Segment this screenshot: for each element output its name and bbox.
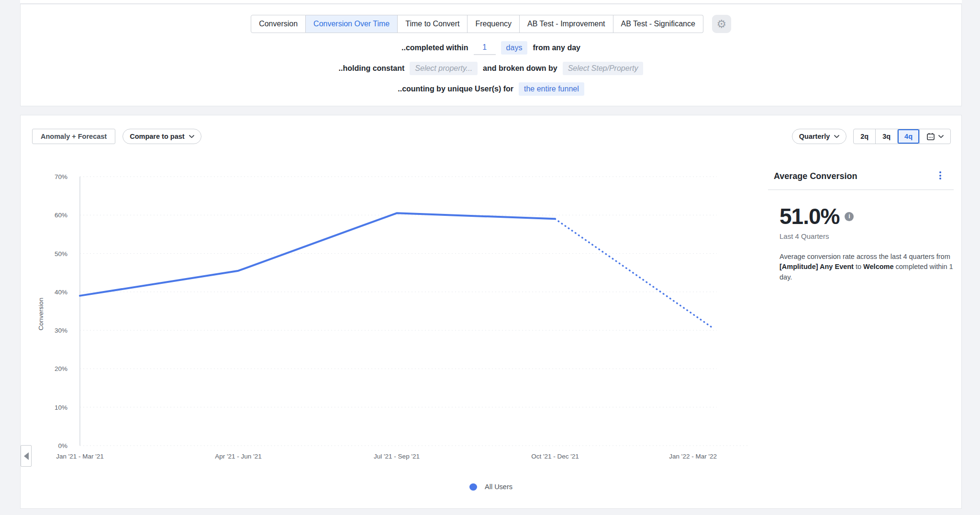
chart-settings-button[interactable]: ⚙ <box>712 15 731 33</box>
chart-legend: All Users <box>21 483 961 491</box>
broken-down-label: and broken down by <box>483 64 557 73</box>
summary-period: Last 4 Quarters <box>780 232 954 240</box>
y-tick-label: 10% <box>55 404 67 411</box>
tab-conversion-over-time[interactable]: Conversion Over Time <box>306 15 398 33</box>
forecast-line <box>555 219 713 328</box>
completed-within-row: ..completed within days from any day <box>401 41 580 55</box>
conversion-over-time-card: Anomaly + Forecast Compare to past Quart… <box>20 115 962 509</box>
amplitude-funnel-analysis-page: { "header": { "tabs": [ {"label": "Conve… <box>0 0 980 515</box>
y-tick-label: 20% <box>55 365 67 372</box>
legend-dot-icon[interactable] <box>469 483 477 491</box>
x-axis-label: Jan '21 - Mar '21 <box>56 453 104 460</box>
y-tick-label: 30% <box>55 327 67 334</box>
counting-by-label: ..counting by unique User(s) for <box>398 85 513 93</box>
tab-ab-test-improvement[interactable]: AB Test - Improvement <box>520 15 613 33</box>
panel-divider <box>768 190 954 190</box>
x-axis-label: Jul '21 - Sep '21 <box>374 453 420 460</box>
tab-conversion[interactable]: Conversion <box>251 15 306 33</box>
holding-constant-select[interactable]: Select property... <box>410 62 478 75</box>
counting-scope-chip[interactable]: the entire funnel <box>519 82 584 96</box>
triangle-left-icon <box>24 452 29 460</box>
y-tick-label: 50% <box>55 250 67 258</box>
tab-time-to-convert[interactable]: Time to Convert <box>398 15 468 33</box>
broken-down-select[interactable]: Select Step/Property <box>563 62 644 75</box>
gear-icon: ⚙ <box>717 19 727 30</box>
average-conversion-value: 51.0% <box>780 204 839 229</box>
legend-label[interactable]: All Users <box>485 483 512 491</box>
completed-within-label: ..completed within <box>401 44 468 52</box>
y-tick-label: 60% <box>55 212 67 219</box>
chart-type-tabs: ConversionConversion Over TimeTime to Co… <box>251 15 703 33</box>
tab-ab-test-significance[interactable]: AB Test - Significance <box>613 15 703 33</box>
y-tick-label: 70% <box>55 173 67 180</box>
info-icon[interactable]: i <box>845 212 854 221</box>
chart-type-tab-row: ConversionConversion Over TimeTime to Co… <box>251 15 731 33</box>
collapse-panel-button[interactable] <box>21 445 32 467</box>
more-options-icon[interactable] <box>939 171 941 179</box>
completed-within-unit-chip[interactable]: days <box>501 41 528 55</box>
conversion-line <box>80 213 555 296</box>
holding-constant-row: ..holding constant Select property... an… <box>339 62 644 75</box>
summary-value-row: 51.0% i <box>780 204 954 229</box>
holding-constant-label: ..holding constant <box>339 64 405 73</box>
completed-within-input[interactable] <box>474 41 496 55</box>
panel-header: Average Conversion <box>768 167 954 181</box>
panel-title: Average Conversion <box>774 171 857 181</box>
completed-within-suffix: from any day <box>533 44 580 52</box>
counting-by-row: ..counting by unique User(s) for the ent… <box>398 82 584 96</box>
summary-description: Average conversion rate across the last … <box>780 252 954 283</box>
tab-frequency[interactable]: Frequency <box>468 15 520 33</box>
funnel-settings-card: ConversionConversion Over TimeTime to Co… <box>20 4 962 106</box>
average-conversion-panel: Average Conversion 51.0% i Last 4 Quarte… <box>768 167 954 282</box>
y-axis-title: Conversion <box>37 298 45 330</box>
top-divider-strip <box>20 0 962 4</box>
x-axis-label: Apr '21 - Jun '21 <box>215 453 261 460</box>
y-tick-label: 40% <box>55 289 67 296</box>
y-tick-label: 0% <box>58 442 67 449</box>
x-axis-label: Jan '22 - Mar '22 <box>669 453 717 460</box>
x-axis-label: Oct '21 - Dec '21 <box>531 453 579 460</box>
